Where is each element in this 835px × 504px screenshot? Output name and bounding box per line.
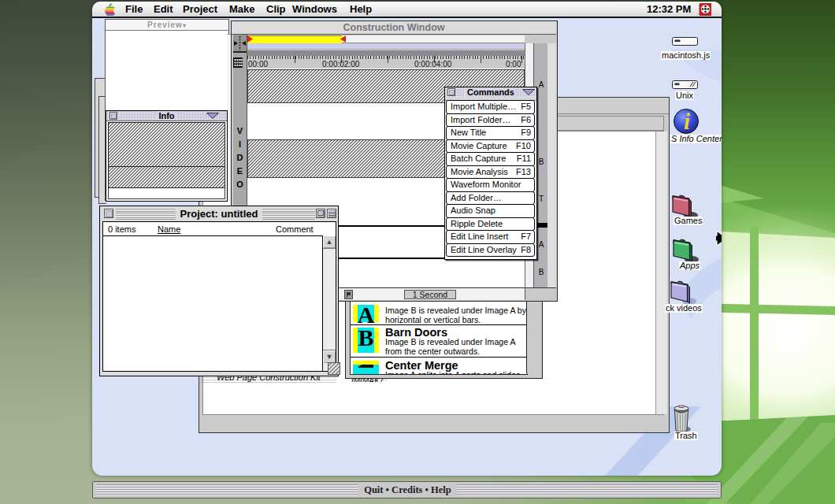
svg-text:i: i [684,109,690,134]
